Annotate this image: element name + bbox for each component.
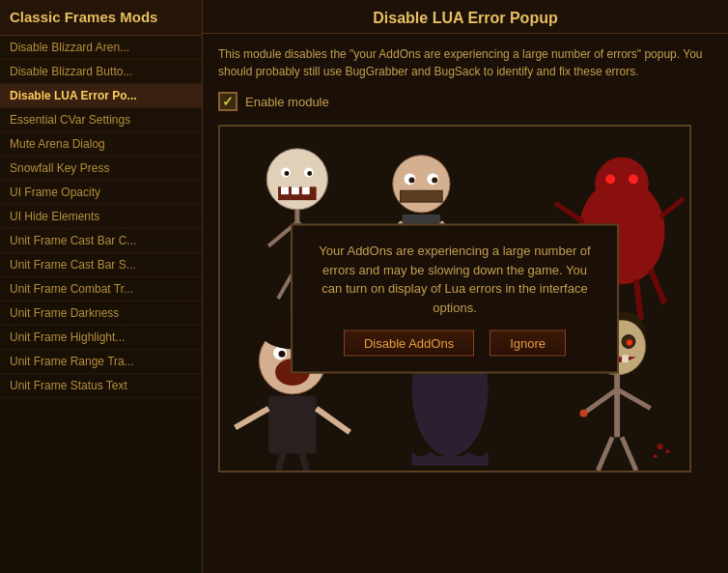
- ingame-dialog-buttons: Disable AddOns Ignore: [312, 330, 598, 357]
- svg-point-16: [432, 177, 437, 183]
- enable-module-label: Enable module: [245, 95, 329, 109]
- svg-point-62: [658, 444, 663, 449]
- sidebar-item-10[interactable]: Unit Frame Combat Tr...: [0, 277, 202, 301]
- svg-point-11: [393, 156, 450, 213]
- svg-rect-12: [401, 190, 443, 202]
- sidebar-item-7[interactable]: UI Hide Elements: [0, 205, 202, 229]
- svg-rect-24: [281, 186, 289, 194]
- svg-point-15: [409, 177, 415, 183]
- svg-point-30: [307, 171, 312, 176]
- svg-point-64: [666, 449, 670, 453]
- svg-rect-26: [302, 186, 310, 194]
- svg-point-55: [627, 340, 632, 346]
- svg-rect-51: [622, 355, 629, 362]
- sidebar-item-3[interactable]: Essential CVar Settings: [0, 108, 202, 132]
- sidebar-item-13[interactable]: Unit Frame Range Tra...: [0, 350, 202, 374]
- svg-point-8: [595, 158, 648, 211]
- svg-point-40: [279, 351, 286, 358]
- sidebar-item-14[interactable]: Unit Frame Status Text: [0, 374, 202, 398]
- sidebar-item-2[interactable]: Disable LUA Error Po...: [0, 84, 202, 108]
- svg-point-63: [654, 454, 658, 458]
- enable-module-row: Enable module: [218, 92, 713, 111]
- ingame-dialog-text: Your AddOns are experiencing a large num…: [312, 242, 598, 317]
- svg-point-29: [284, 171, 289, 176]
- ingame-dialog: Your AddOns are experiencing a large num…: [291, 224, 619, 374]
- sidebar: Classic Frames Mods Disable Blizzard Are…: [0, 0, 203, 573]
- sidebar-item-8[interactable]: Unit Frame Cast Bar C...: [0, 229, 202, 253]
- sidebar-item-4[interactable]: Mute Arena Dialog: [0, 132, 202, 157]
- svg-point-9: [605, 174, 615, 184]
- content-body: This module disables the "your AddOns ar…: [203, 34, 728, 573]
- svg-point-59: [580, 410, 588, 417]
- sidebar-header: Classic Frames Mods: [0, 0, 202, 36]
- enable-module-checkbox[interactable]: [218, 92, 238, 111]
- description-text: This module disables the "your AddOns ar…: [218, 45, 713, 80]
- disable-addons-button[interactable]: Disable AddOns: [344, 330, 474, 357]
- ignore-button[interactable]: Ignore: [490, 330, 566, 357]
- sidebar-item-11[interactable]: Unit Frame Darkness: [0, 301, 202, 326]
- sidebar-item-6[interactable]: UI Frame Opacity: [0, 181, 202, 205]
- content-title: Disable LUA Error Popup: [203, 0, 728, 34]
- sidebar-item-0[interactable]: Disable Blizzard Aren...: [0, 36, 202, 60]
- svg-rect-43: [268, 396, 316, 453]
- sidebar-item-1[interactable]: Disable Blizzard Butto...: [0, 60, 202, 84]
- sidebar-item-9[interactable]: Unit Frame Cast Bar S...: [0, 253, 202, 277]
- svg-point-10: [629, 174, 638, 184]
- svg-point-22: [266, 149, 327, 210]
- main-content: Disable LUA Error Popup This module disa…: [203, 0, 728, 573]
- sidebar-item-5[interactable]: Snowfall Key Press: [0, 157, 202, 181]
- preview-container: Your AddOns are experiencing a large num…: [218, 125, 691, 473]
- sidebar-item-12[interactable]: Unit Frame Highlight...: [0, 326, 202, 350]
- svg-rect-25: [292, 186, 299, 194]
